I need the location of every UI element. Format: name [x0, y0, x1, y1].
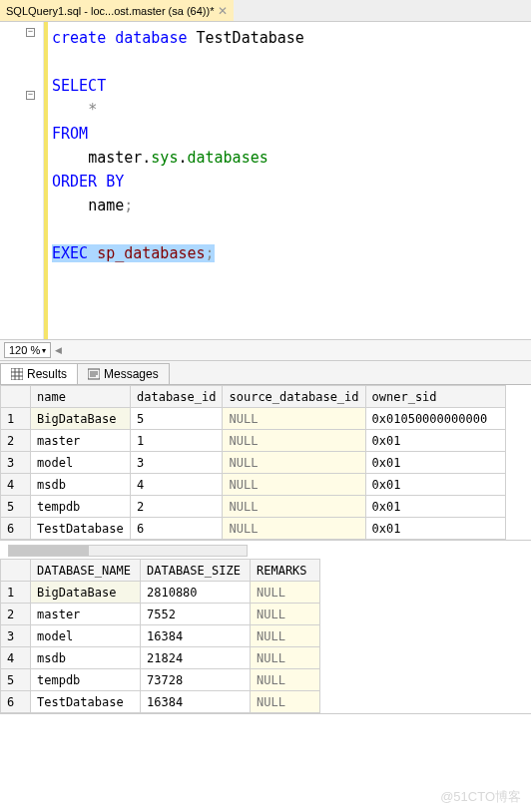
cell[interactable]: tempdb: [31, 669, 141, 691]
cell[interactable]: 1: [131, 430, 223, 452]
cell[interactable]: NULL: [223, 408, 365, 430]
scrollbar-thumb[interactable]: [9, 546, 89, 556]
fold-minus-icon[interactable]: −: [26, 91, 35, 100]
sql-star: *: [88, 101, 97, 119]
table-row[interactable]: 4msdb21824NULL: [1, 647, 320, 669]
tab-results[interactable]: Results: [0, 363, 78, 384]
cell[interactable]: NULL: [251, 604, 320, 625]
cell[interactable]: model: [31, 452, 131, 474]
corner-cell[interactable]: [1, 560, 31, 582]
cell[interactable]: 0x01: [365, 430, 505, 452]
sql-editor[interactable]: − − create database TestDatabase SELECT …: [0, 22, 531, 339]
column-header[interactable]: database_id: [131, 386, 223, 408]
header-row: DATABASE_NAME DATABASE_SIZE REMARKS: [1, 560, 320, 582]
table-row[interactable]: 1BigDataBase2810880NULL: [1, 582, 320, 604]
row-number[interactable]: 4: [1, 474, 31, 496]
cell[interactable]: TestDatabase: [31, 518, 131, 540]
row-number[interactable]: 2: [1, 604, 31, 625]
cell[interactable]: 21824: [141, 647, 251, 669]
column-header[interactable]: owner_sid: [365, 386, 505, 408]
row-number[interactable]: 1: [1, 582, 31, 604]
cell[interactable]: 0x01: [365, 474, 505, 496]
results-grid-1[interactable]: name database_id source_database_id owne…: [0, 385, 531, 541]
document-tab[interactable]: SQLQuery1.sql - loc...ost.master (sa (64…: [0, 0, 234, 21]
corner-cell[interactable]: [1, 386, 31, 408]
cell[interactable]: NULL: [223, 452, 365, 474]
column-header[interactable]: DATABASE_SIZE: [141, 560, 251, 582]
column-header[interactable]: name: [31, 386, 131, 408]
cell[interactable]: NULL: [251, 691, 320, 713]
row-number[interactable]: 3: [1, 452, 31, 474]
cell[interactable]: tempdb: [31, 496, 131, 518]
column-header[interactable]: source_database_id: [223, 386, 365, 408]
cell[interactable]: NULL: [251, 625, 320, 647]
cell[interactable]: model: [31, 625, 141, 647]
editor-content[interactable]: create database TestDatabase SELECT * FR…: [44, 22, 531, 339]
sql-table: databases: [187, 149, 267, 167]
row-number[interactable]: 5: [1, 496, 31, 518]
cell[interactable]: NULL: [251, 582, 320, 604]
row-number[interactable]: 5: [1, 669, 31, 691]
messages-icon: [88, 368, 100, 380]
column-header[interactable]: REMARKS: [251, 560, 320, 582]
row-number[interactable]: 3: [1, 625, 31, 647]
results-grid-2[interactable]: DATABASE_NAME DATABASE_SIZE REMARKS 1Big…: [0, 559, 531, 714]
sql-dot: .: [142, 149, 151, 167]
close-icon[interactable]: ✕: [218, 4, 228, 18]
row-number[interactable]: 6: [1, 518, 31, 540]
cell[interactable]: 0x01: [365, 496, 505, 518]
scroll-left-icon[interactable]: ◀: [55, 345, 62, 355]
sql-ident: master: [88, 149, 142, 167]
cell[interactable]: 2810880: [141, 582, 251, 604]
cell[interactable]: 16384: [141, 691, 251, 713]
cell[interactable]: 0x01050000000000: [365, 408, 505, 430]
table-row[interactable]: 5tempdb2NULL0x01: [1, 496, 506, 518]
zoom-value: 120 %: [9, 344, 40, 356]
zoom-toolbar: 120 % ◀: [0, 339, 531, 361]
cell[interactable]: 6: [131, 518, 223, 540]
table-row[interactable]: 6TestDatabase6NULL0x01: [1, 518, 506, 540]
cell[interactable]: NULL: [251, 647, 320, 669]
cell[interactable]: 7552: [141, 604, 251, 625]
cell[interactable]: 4: [131, 474, 223, 496]
cell[interactable]: TestDatabase: [31, 691, 141, 713]
cell[interactable]: 0x01: [365, 518, 505, 540]
table-row[interactable]: 2master7552NULL: [1, 604, 320, 625]
cell[interactable]: msdb: [31, 647, 141, 669]
cell[interactable]: master: [31, 604, 141, 625]
row-number[interactable]: 4: [1, 647, 31, 669]
table-row[interactable]: 1BigDataBase5NULL0x01050000000000: [1, 408, 506, 430]
tab-messages[interactable]: Messages: [77, 363, 170, 384]
row-number[interactable]: 1: [1, 408, 31, 430]
sql-proc: sp_databases: [97, 244, 205, 262]
cell[interactable]: 16384: [141, 625, 251, 647]
cell[interactable]: NULL: [223, 496, 365, 518]
cell[interactable]: 5: [131, 408, 223, 430]
cell[interactable]: NULL: [223, 430, 365, 452]
sql-schema: sys: [151, 149, 178, 167]
sql-keyword: database: [115, 29, 187, 47]
horizontal-scrollbar[interactable]: [8, 545, 248, 557]
cell[interactable]: master: [31, 430, 131, 452]
cell[interactable]: BigDataBase: [31, 582, 141, 604]
cell[interactable]: BigDataBase: [31, 408, 131, 430]
cell[interactable]: 0x01: [365, 452, 505, 474]
row-number[interactable]: 2: [1, 430, 31, 452]
cell[interactable]: 3: [131, 452, 223, 474]
row-number[interactable]: 6: [1, 691, 31, 713]
table-row[interactable]: 4msdb4NULL0x01: [1, 474, 506, 496]
table-row[interactable]: 5tempdb73728NULL: [1, 669, 320, 691]
cell[interactable]: 73728: [141, 669, 251, 691]
cell[interactable]: NULL: [223, 474, 365, 496]
cell[interactable]: NULL: [223, 518, 365, 540]
column-header[interactable]: DATABASE_NAME: [31, 560, 141, 582]
cell[interactable]: NULL: [251, 669, 320, 691]
zoom-dropdown[interactable]: 120 %: [4, 342, 51, 358]
cell[interactable]: 2: [131, 496, 223, 518]
table-row[interactable]: 3model3NULL0x01: [1, 452, 506, 474]
table-row[interactable]: 6TestDatabase16384NULL: [1, 691, 320, 713]
cell[interactable]: msdb: [31, 474, 131, 496]
table-row[interactable]: 3model16384NULL: [1, 625, 320, 647]
table-row[interactable]: 2master1NULL0x01: [1, 430, 506, 452]
fold-minus-icon[interactable]: −: [26, 28, 35, 37]
